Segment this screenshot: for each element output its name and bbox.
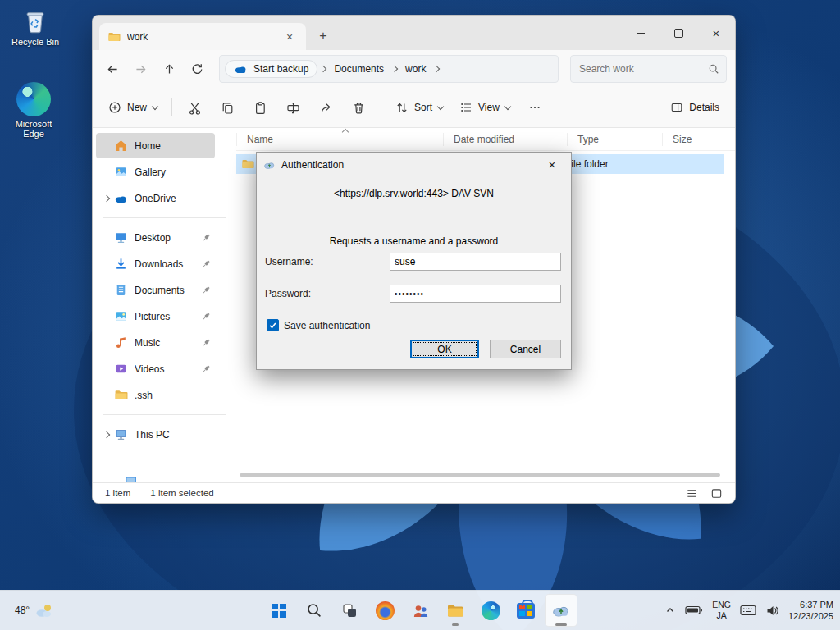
details-view-icon (686, 487, 698, 500)
weather-widget[interactable]: 48° (8, 591, 61, 630)
authentication-dialog-icon (263, 160, 276, 170)
show-hidden-icons-chevron[interactable] (664, 605, 676, 616)
ok-button[interactable]: OK (410, 340, 479, 358)
sidebar-item-gallery[interactable]: Gallery (96, 159, 215, 185)
details-pane-button[interactable]: Details (663, 94, 727, 121)
people-button[interactable] (404, 594, 436, 627)
tab-close-button[interactable]: × (281, 29, 298, 45)
language-indicator[interactable]: ENG JA (712, 600, 731, 620)
copy-button[interactable] (212, 94, 243, 121)
selection-count: 1 item selected (150, 488, 213, 498)
battery-icon[interactable] (685, 605, 703, 616)
keyboard-icon[interactable] (740, 605, 756, 616)
details-view-button[interactable] (684, 486, 699, 500)
save-authentication-option[interactable]: Save authentication (267, 319, 370, 331)
search-input[interactable] (578, 62, 708, 75)
clock[interactable]: 6:37 PM 12/23/2025 (788, 599, 833, 623)
sort-icon (395, 101, 409, 114)
up-button[interactable] (158, 55, 181, 83)
column-header-name[interactable]: Name (236, 133, 443, 146)
column-header-type[interactable]: Type (567, 133, 662, 146)
chevron-down-icon (504, 103, 511, 109)
password-field[interactable] (390, 285, 561, 303)
sort-button[interactable]: Sort (388, 94, 450, 121)
explorer-tab[interactable]: work × (99, 23, 306, 50)
file-explorer-icon (446, 602, 465, 619)
folder-icon (107, 30, 121, 43)
toolbar-separator (381, 98, 381, 116)
file-explorer-button[interactable] (439, 594, 472, 627)
gallery-icon (114, 165, 128, 179)
sidebar-item-videos[interactable]: Videos (96, 356, 215, 381)
firefox-button[interactable] (368, 594, 401, 627)
delete-button[interactable] (343, 94, 374, 121)
start-button[interactable] (262, 594, 295, 627)
sidebar-item-documents[interactable]: Documents (96, 277, 215, 303)
new-button-label: New (127, 102, 147, 113)
desktop-icon-label: Recycle Bin (8, 37, 62, 47)
view-button[interactable]: View (452, 94, 518, 121)
sidebar-item-onedrive[interactable]: OneDrive (96, 185, 215, 211)
address-breadcrumb-bar[interactable]: Start backup Documents work (219, 55, 559, 83)
horizontal-scrollbar[interactable] (240, 473, 720, 477)
breadcrumb-item-documents[interactable]: Documents (329, 62, 389, 76)
sidebar-item-label: Music (135, 337, 200, 349)
recycle-bin-icon (21, 7, 49, 34)
maximize-button[interactable] (660, 16, 697, 50)
start-backup-button[interactable]: Start backup (225, 60, 317, 78)
column-header-size[interactable]: Size (662, 133, 727, 146)
sidebar-item-label: Videos (135, 363, 200, 375)
sidebar-item-downloads[interactable]: Downloads (96, 251, 215, 276)
sidebar-item-ssh[interactable]: .ssh (96, 382, 215, 408)
chevron-right-icon[interactable] (99, 196, 114, 201)
chevron-down-icon (437, 103, 444, 109)
new-tab-button[interactable]: + (313, 25, 334, 47)
microsoft-store-button[interactable] (509, 594, 542, 627)
sidebar-item-desktop[interactable]: Desktop (96, 225, 215, 250)
desktop-icon-recycle-bin[interactable]: Recycle Bin (8, 7, 62, 47)
back-button[interactable] (101, 55, 125, 83)
cancel-button[interactable]: Cancel (490, 340, 561, 358)
edge-icon (482, 601, 500, 620)
username-label: Username: (265, 256, 390, 267)
share-icon (319, 101, 333, 115)
home-icon (114, 139, 128, 153)
new-button[interactable]: New (101, 94, 165, 121)
svn-authentication-app-button[interactable] (545, 594, 578, 627)
dialog-title-bar[interactable]: Authentication × (257, 153, 571, 176)
dialog-close-button[interactable]: × (540, 156, 564, 174)
chevron-right-icon[interactable] (99, 432, 114, 437)
minimize-button[interactable] (622, 16, 660, 50)
server-line: <https://dlp.srv.world:443> DAV SVN (257, 188, 571, 199)
breadcrumb-item-work[interactable]: work (400, 62, 431, 76)
sidebar-item-this-pc[interactable]: This PC (96, 422, 215, 447)
column-header-date-modified[interactable]: Date modified (443, 133, 567, 146)
desktop-icon-microsoft-edge[interactable]: Microsoft Edge (7, 82, 61, 139)
search-box[interactable] (570, 55, 727, 83)
sidebar-item-pictures[interactable]: Pictures (96, 304, 215, 329)
sort-button-label: Sort (414, 102, 432, 113)
sidebar-item-home[interactable]: Home (96, 133, 215, 158)
credentials-prompt: Requests a username and a password (257, 235, 571, 247)
details-pane-icon (670, 101, 683, 114)
forward-button[interactable] (130, 55, 153, 83)
sidebar-item-label: Desktop (135, 232, 200, 244)
edge-button[interactable] (474, 594, 507, 627)
sidebar-item-music[interactable]: Music (96, 330, 215, 355)
cut-button[interactable] (179, 94, 210, 121)
username-field[interactable] (390, 253, 561, 271)
checkbox-checked-icon[interactable] (267, 319, 279, 331)
see-more-button[interactable] (519, 94, 550, 121)
share-button[interactable] (310, 94, 341, 121)
rename-button[interactable] (277, 94, 308, 121)
close-button[interactable]: × (697, 16, 735, 50)
paste-button[interactable] (244, 94, 276, 121)
tab-strip: work × + × (93, 16, 735, 50)
large-thumbnails-view-button[interactable] (709, 486, 724, 500)
volume-icon[interactable] (765, 605, 779, 617)
sidebar-item-label: OneDrive (135, 193, 212, 204)
task-view-button[interactable] (333, 594, 366, 627)
refresh-button[interactable] (186, 55, 210, 83)
search-button[interactable] (298, 594, 331, 627)
minimize-icon (637, 33, 645, 34)
